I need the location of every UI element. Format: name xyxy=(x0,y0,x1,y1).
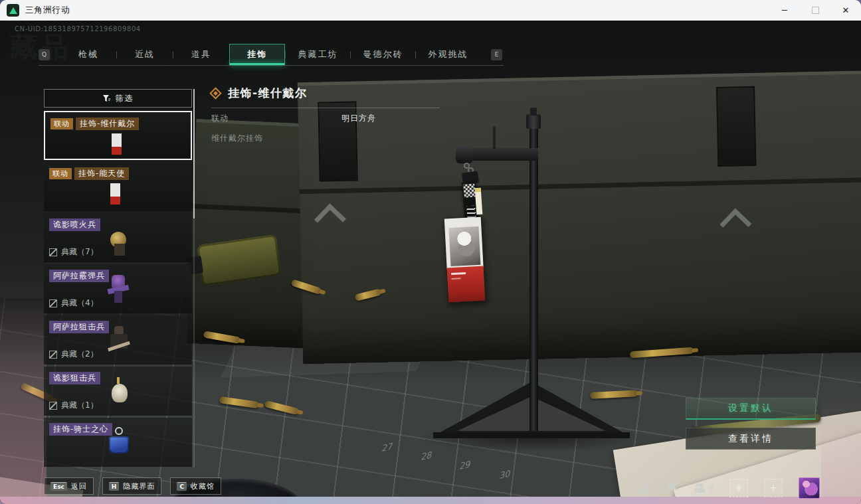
charm-list: 联动 挂饰-维什戴尔 联动 挂饰-能天使 诡影喷火兵 典藏（7） xyxy=(44,111,192,467)
shortcut-label: 收藏馆 xyxy=(191,481,215,491)
charm-card-top xyxy=(444,217,484,270)
collection-count: 典藏（2） xyxy=(49,349,98,360)
esc-key-badge: Esc xyxy=(50,482,67,491)
tab-mandel-brick[interactable]: 曼德尔砖 xyxy=(351,44,415,65)
charm-card xyxy=(444,216,486,303)
friends-icon xyxy=(698,483,705,493)
stand-arm-pin xyxy=(493,127,496,149)
shortcut-bar: Esc 返回 H 隐藏界面 C 收藏馆 xyxy=(44,477,221,495)
crate-latch xyxy=(716,86,757,167)
item-label: 挂饰-骑士之心 xyxy=(49,423,112,436)
flag-icon[interactable] xyxy=(666,481,679,495)
stand-arm-cap xyxy=(456,145,473,163)
collection-count: 典藏（1） xyxy=(49,400,98,411)
list-item-knights-heart[interactable]: 挂饰-骑士之心 xyxy=(44,418,192,467)
crate-seam xyxy=(300,177,861,194)
property-value: 明日方舟 xyxy=(341,113,376,124)
stand-pole xyxy=(529,120,538,431)
charm-card-bottom xyxy=(447,266,486,303)
close-button[interactable]: ✕ xyxy=(830,0,861,21)
game-viewport: 27 28 29 30 藏品 CN-UID:185318975712196809… xyxy=(0,21,861,504)
collection-count: 典藏（4） xyxy=(49,297,98,309)
collection-icon xyxy=(49,402,57,410)
item-thumbnail xyxy=(108,229,130,256)
item-label: 挂饰-维什戴尔 xyxy=(76,118,139,130)
count-label: 典藏（4） xyxy=(61,297,98,309)
app-window: 三角洲行动 ─ ✕ xyxy=(0,0,861,504)
count-label: 典藏（1） xyxy=(61,400,98,411)
filter-label: 筛选 xyxy=(116,93,134,104)
team-slot-add-button[interactable]: + xyxy=(729,479,748,497)
hide-ui-button[interactable]: H 隐藏界面 xyxy=(102,477,162,495)
tabbar-underline xyxy=(39,65,504,66)
tab-next-key-hint[interactable]: E xyxy=(491,49,502,60)
tab-label: 挂饰 xyxy=(247,48,267,60)
filter-button[interactable]: 筛选 xyxy=(44,89,192,108)
app-logo-icon xyxy=(7,4,19,17)
item-label: 诡影喷火兵 xyxy=(49,218,100,231)
maximize-icon xyxy=(812,7,819,14)
collection-icon xyxy=(49,248,57,256)
item-thumbnail xyxy=(106,274,130,304)
tab-label: 典藏工坊 xyxy=(298,48,338,60)
tab-label: 道具 xyxy=(191,48,211,60)
set-default-button[interactable]: 设置默认 xyxy=(686,398,816,420)
strap-checker xyxy=(463,183,476,197)
stand-pole-knob xyxy=(530,108,537,116)
linkage-badge: 联动 xyxy=(50,118,73,129)
minimize-button[interactable]: ─ xyxy=(769,0,800,21)
list-item-asala-shotgunner[interactable]: 阿萨拉霰弹兵 典藏（4） xyxy=(44,264,192,313)
collection-icon xyxy=(49,299,57,307)
item-label: 挂饰-能天使 xyxy=(74,167,129,180)
tab-label: 曼德尔砖 xyxy=(363,48,403,60)
maximize-button[interactable] xyxy=(800,0,830,21)
window-title: 三角洲行动 xyxy=(25,5,70,16)
stats-icon[interactable] xyxy=(637,482,650,494)
linkage-badge: 联动 xyxy=(49,168,72,179)
back-button[interactable]: Esc 返回 xyxy=(44,477,94,495)
tab-collection-workshop[interactable]: 典藏工坊 xyxy=(286,44,350,65)
friends-button[interactable]: 0 xyxy=(694,483,714,493)
uid-text: CN-UID:185318975712196809804 xyxy=(15,25,141,33)
h-key-badge: H xyxy=(109,482,120,491)
list-scrollbar-thumb[interactable] xyxy=(193,89,195,218)
c-key-badge: C xyxy=(177,482,187,491)
charm-card-art xyxy=(448,226,480,266)
tab-props[interactable]: 道具 xyxy=(173,44,229,65)
collection-hall-button[interactable]: C 收藏馆 xyxy=(170,477,221,495)
tab-appearance-challenge[interactable]: 外观挑战 xyxy=(416,44,480,65)
collection-tabbar: Q 枪械 近战 道具 挂饰 典藏工坊 曼德尔砖 外观挑战 E xyxy=(39,44,502,65)
item-label: 阿萨拉霰弹兵 xyxy=(49,270,109,282)
list-item-exusiai[interactable]: 联动 挂饰-能天使 xyxy=(44,162,192,211)
title-bar: 三角洲行动 ─ ✕ xyxy=(0,0,861,21)
list-item-wisadel[interactable]: 联动 挂饰-维什戴尔 xyxy=(44,111,192,160)
tab-melee[interactable]: 近战 xyxy=(117,44,173,65)
crate-chevron xyxy=(719,208,751,240)
tab-charms[interactable]: 挂饰 xyxy=(229,44,285,65)
count-label: 典藏（2） xyxy=(61,349,98,360)
detail-title: 挂饰-维什戴尔 xyxy=(228,86,308,101)
shortcut-label: 隐藏界面 xyxy=(123,481,155,491)
stand-pole-cap xyxy=(526,114,541,129)
collection-count: 典藏（7） xyxy=(49,246,98,258)
hud-icon-bar: 0 + + xyxy=(637,477,820,499)
friends-count: 0 xyxy=(709,484,714,493)
filter-funnel-icon xyxy=(102,94,111,103)
team-slot-add-button[interactable]: + xyxy=(764,479,783,497)
count-label: 典藏（7） xyxy=(61,246,98,258)
tab-label: 近战 xyxy=(135,48,155,60)
tab-prev-key-hint[interactable]: Q xyxy=(39,49,50,60)
detail-divider xyxy=(211,108,440,108)
item-label: 阿萨拉狙击兵 xyxy=(49,321,109,333)
list-item-asala-sniper[interactable]: 阿萨拉狙击兵 典藏（2） xyxy=(44,315,192,365)
tab-label: 枪械 xyxy=(78,48,98,60)
list-item-phantom-sniper[interactable]: 诡影狙击兵 典藏（1） xyxy=(44,367,192,416)
view-details-button[interactable]: 查看详情 xyxy=(686,428,816,450)
stand-base-bar xyxy=(433,432,630,438)
crate-chevron xyxy=(314,203,346,235)
detail-description: 维什戴尔挂饰 xyxy=(211,133,440,144)
list-item-phantom-flamethrower[interactable]: 诡影喷火兵 典藏（7） xyxy=(44,213,192,262)
player-avatar[interactable] xyxy=(799,477,820,499)
tab-firearms[interactable]: 枪械 xyxy=(60,44,116,65)
detail-panel: 挂饰-维什戴尔 联动 明日方舟 维什戴尔挂饰 xyxy=(211,86,440,144)
